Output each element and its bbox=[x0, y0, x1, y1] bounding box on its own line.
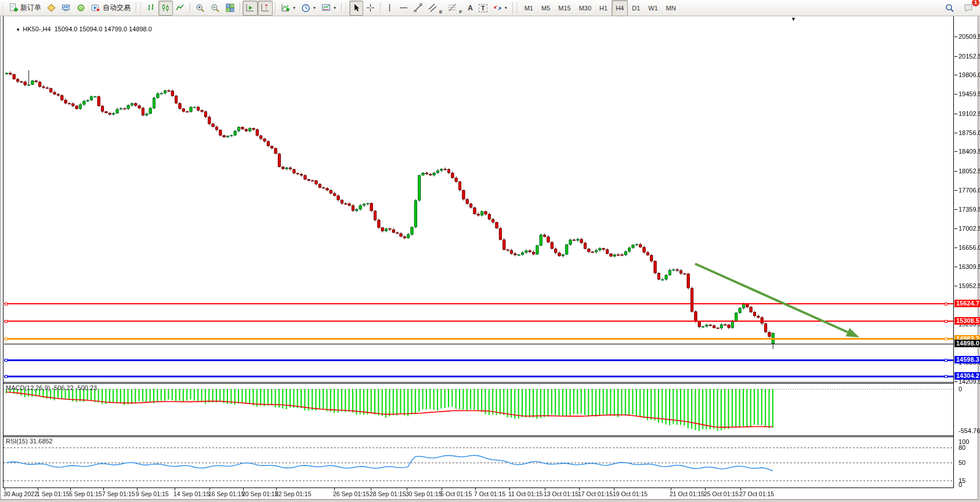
price-level-label[interactable]: 15624.7 bbox=[954, 300, 980, 307]
time-axis[interactable]: 30 Aug 20221 Sep 01:155 Sep 01:157 Sep 0… bbox=[3, 489, 978, 500]
zoom-in-button[interactable] bbox=[193, 1, 208, 16]
templates-dropdown-caret[interactable]: ▾ bbox=[334, 5, 336, 10]
toolbar-grip[interactable] bbox=[2, 2, 5, 14]
timeframe-w1-button[interactable]: W1 bbox=[644, 0, 662, 16]
chart-shift-marker[interactable]: ▼ bbox=[791, 17, 796, 22]
line-anchor-handle[interactable] bbox=[945, 375, 948, 378]
templates-button[interactable]: ▾ bbox=[319, 1, 339, 16]
vertical-line-button[interactable] bbox=[383, 1, 396, 16]
line-anchor-handle[interactable] bbox=[5, 375, 8, 378]
pane-divider[interactable] bbox=[3, 382, 953, 383]
zoom-out-button[interactable] bbox=[208, 1, 223, 16]
price-tick-label: 19102.5 bbox=[959, 110, 980, 117]
cursor-button[interactable] bbox=[349, 1, 363, 16]
indicators-button[interactable]: ▾ bbox=[278, 1, 298, 16]
chart-shift-button[interactable] bbox=[258, 1, 273, 16]
toolbar-grip[interactable] bbox=[345, 2, 348, 14]
new-order-button[interactable]: 新订单 bbox=[6, 1, 44, 16]
crosshair-button[interactable] bbox=[363, 1, 378, 16]
horizontal-level-line[interactable] bbox=[4, 321, 953, 322]
candlestick-canvas[interactable] bbox=[3, 16, 953, 383]
timeframe-m30-button[interactable]: M30 bbox=[575, 0, 595, 16]
pane-divider[interactable] bbox=[3, 435, 953, 436]
candlestick-chart-button[interactable] bbox=[158, 1, 173, 16]
horizontal-level-line[interactable] bbox=[4, 338, 953, 340]
time-axis-label: 9 Sep 01:15 bbox=[136, 490, 169, 497]
time-axis-label: 19 Oct 01:15 bbox=[613, 490, 648, 497]
signals-button[interactable] bbox=[74, 1, 88, 16]
bar-chart-button[interactable] bbox=[144, 1, 158, 16]
profiles-button[interactable] bbox=[59, 1, 74, 16]
timeframe-d1-button[interactable]: D1 bbox=[628, 0, 644, 16]
time-axis-label: 14 Sep 01:15 bbox=[173, 490, 209, 497]
indicators-dropdown-caret[interactable]: ▾ bbox=[293, 5, 295, 10]
horizontal-level-line[interactable] bbox=[4, 359, 953, 361]
line-anchor-handle[interactable] bbox=[5, 320, 8, 323]
toolbar-grip[interactable] bbox=[516, 2, 519, 14]
rsi-pane[interactable]: RSI(15) 31.6852 bbox=[3, 437, 953, 488]
text-button[interactable]: A bbox=[465, 1, 476, 16]
line-anchor-handle[interactable] bbox=[945, 320, 948, 323]
collapse-panel-icon[interactable]: ▼ bbox=[16, 27, 20, 32]
profiles-icon bbox=[62, 3, 71, 12]
toolbar-separator bbox=[341, 2, 342, 14]
timeframe-m1-button[interactable]: M1 bbox=[520, 0, 537, 16]
chart-ohlc-values: 15094.0 15094.0 14799.0 14898.0 bbox=[55, 26, 152, 32]
chat-button[interactable]: 1 bbox=[961, 1, 977, 16]
line-chart-button[interactable] bbox=[173, 1, 187, 16]
rsi-level-label: 80 bbox=[959, 444, 965, 451]
macd-pane[interactable]: MACD(12,26,9) -506.22 -500.23 bbox=[3, 384, 953, 435]
price-tick-label: 15952.5 bbox=[959, 282, 980, 289]
time-axis-label: 7 Oct 01:15 bbox=[474, 490, 505, 497]
zoom-out-icon bbox=[211, 3, 220, 13]
new-chart-button[interactable] bbox=[44, 1, 59, 16]
autotrading-button[interactable]: 自动交易 bbox=[88, 1, 133, 16]
line-chart-icon bbox=[176, 3, 185, 12]
toolbar-separator bbox=[190, 2, 190, 14]
macd-label: MACD(12,26,9) -506.22 -500.23 bbox=[6, 384, 97, 391]
horizontal-line-icon bbox=[399, 4, 408, 12]
price-level-label[interactable]: 14304.2 bbox=[954, 372, 980, 380]
line-anchor-handle[interactable] bbox=[5, 303, 8, 305]
horizontal-level-line[interactable] bbox=[4, 303, 953, 304]
line-anchor-handle[interactable] bbox=[5, 337, 8, 340]
price-tick-label: 20152.5 bbox=[959, 53, 980, 60]
equidistant-channel-button[interactable]: E bbox=[425, 1, 445, 16]
price-level-label[interactable]: 14598.3 bbox=[954, 356, 980, 363]
fibonacci-button[interactable]: F bbox=[445, 1, 465, 16]
arrows-button[interactable]: ▾ bbox=[490, 1, 510, 16]
text-label-button[interactable]: T bbox=[476, 1, 490, 16]
line-anchor-handle[interactable] bbox=[5, 359, 8, 362]
rsi-canvas[interactable] bbox=[3, 437, 953, 488]
periods-dropdown-caret[interactable]: ▾ bbox=[313, 5, 316, 10]
arrows-icon bbox=[493, 3, 502, 12]
horizontal-level-line[interactable] bbox=[4, 376, 953, 377]
price-level-label[interactable]: 14898.0 bbox=[954, 340, 980, 347]
macd-canvas[interactable] bbox=[3, 384, 953, 435]
pane-divider bbox=[3, 488, 953, 488]
line-anchor-handle[interactable] bbox=[945, 359, 948, 362]
toolbar-grip[interactable] bbox=[140, 2, 143, 14]
auto-scroll-button[interactable] bbox=[243, 1, 258, 16]
line-anchor-handle[interactable] bbox=[945, 337, 948, 340]
time-axis-label: 5 Oct 01:15 bbox=[440, 490, 472, 497]
toolbar-separator bbox=[380, 2, 381, 14]
price-chart-pane[interactable] bbox=[3, 16, 953, 383]
trendline-button[interactable] bbox=[411, 1, 425, 16]
search-button[interactable] bbox=[942, 1, 957, 16]
arrows-dropdown-caret[interactable]: ▾ bbox=[505, 5, 507, 10]
timeframe-m15-button[interactable]: M15 bbox=[554, 0, 574, 16]
price-level-label[interactable]: 15308.5 bbox=[954, 317, 980, 325]
periods-button[interactable]: ▾ bbox=[298, 1, 319, 16]
price-axis[interactable]: 20509.520152.519806.019459.519102.518756… bbox=[954, 16, 978, 500]
timeframe-m5-button[interactable]: M5 bbox=[537, 0, 554, 16]
timeframe-mn-button[interactable]: MN bbox=[662, 0, 680, 16]
horizontal-line-button[interactable] bbox=[396, 1, 411, 16]
line-anchor-handle[interactable] bbox=[945, 303, 948, 305]
tile-windows-button[interactable] bbox=[223, 1, 237, 16]
timeframe-h1-button[interactable]: H1 bbox=[595, 0, 612, 16]
toolbar-separator bbox=[512, 2, 513, 14]
timeframe-h4-button[interactable]: H4 bbox=[612, 0, 628, 16]
horizontal-level-line[interactable] bbox=[4, 344, 953, 344]
price-tick-label: 17002.5 bbox=[959, 225, 980, 232]
